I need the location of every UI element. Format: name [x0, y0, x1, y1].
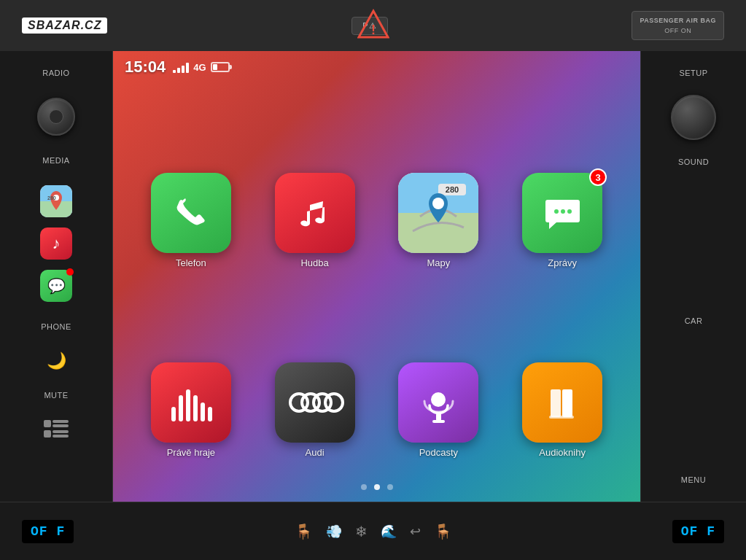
svg-point-18	[561, 209, 565, 214]
svg-text:!: !	[371, 23, 376, 37]
airflow-btn[interactable]: 🌊	[381, 524, 397, 540]
dot-2[interactable]	[374, 484, 380, 490]
svg-rect-24	[201, 402, 205, 421]
app-prave-hraje-label: Právě hraje	[167, 447, 215, 458]
carplay-screen: 15:04 4G	[113, 51, 640, 502]
sbazar-logo: SBAZAR.CZ	[22, 18, 107, 34]
app-zpravy[interactable]: 3 Zprávy	[506, 90, 618, 268]
dot-1[interactable]	[361, 484, 367, 490]
radio-button[interactable]: RADIO	[36, 66, 75, 80]
app-zpravy-label: Zprávy	[548, 257, 577, 268]
app-hudba[interactable]: Hudba	[259, 90, 371, 268]
dot-3[interactable]	[387, 484, 393, 490]
recirculate-btn[interactable]: ↩	[410, 524, 421, 540]
svg-rect-20	[171, 407, 176, 421]
svg-point-17	[554, 209, 559, 214]
app-podcasty-label: Podcasty	[419, 447, 458, 458]
status-time: 15:04	[125, 58, 166, 77]
svg-rect-21	[179, 395, 183, 421]
temp-right-display: OF F	[672, 520, 724, 543]
svg-rect-35	[549, 416, 574, 419]
svg-rect-10	[53, 430, 69, 433]
seat-heat-left-btn[interactable]: 🪑	[295, 523, 313, 540]
phone-button[interactable]: PHONE	[35, 319, 77, 334]
right-knob[interactable]	[671, 95, 716, 140]
seat-heat-right-btn[interactable]: 🪑	[434, 523, 452, 540]
svg-rect-9	[44, 430, 51, 438]
seat-vent-btn[interactable]: 💨	[326, 524, 342, 540]
sound-button[interactable]: SOUND	[672, 155, 715, 169]
app-mapy[interactable]: 280 Mapy	[383, 90, 495, 268]
maps-small-icon[interactable]: 280	[40, 185, 72, 217]
mute-button[interactable]: MUTE	[38, 388, 74, 402]
svg-rect-11	[53, 435, 69, 438]
setup-button[interactable]: SETUP	[673, 66, 713, 80]
menu-button[interactable]: MENU	[675, 472, 712, 487]
app-telefon-label: Telefon	[176, 257, 206, 268]
svg-rect-25	[208, 407, 212, 421]
app-hudba-label: Hudba	[300, 257, 328, 268]
app-audioknihy-label: Audioknihy	[539, 447, 586, 458]
app-podcasty[interactable]: Podcasty	[383, 280, 495, 458]
moon-icon[interactable]: 🌙	[47, 351, 66, 370]
svg-text:280: 280	[47, 195, 56, 201]
app-audioknihy[interactable]: Audioknihy	[506, 280, 618, 458]
zpravy-badge: 3	[589, 168, 607, 186]
warning-triangle-icon[interactable]: !	[357, 8, 389, 43]
svg-text:280: 280	[446, 185, 459, 194]
svg-rect-23	[193, 395, 198, 421]
left-knob[interactable]	[37, 98, 75, 136]
svg-rect-34	[562, 389, 572, 417]
svg-rect-33	[551, 389, 561, 417]
car-button[interactable]: CAR	[679, 314, 709, 328]
svg-rect-32	[432, 420, 445, 423]
app-prave-hraje[interactable]: Právě hraje	[135, 280, 247, 458]
svg-rect-7	[53, 420, 69, 423]
airbag-status: PASSENGER AIR BAG OFF ON	[632, 11, 724, 41]
status-bar: 15:04 4G	[113, 51, 640, 83]
network-type: 4G	[193, 62, 206, 73]
svg-rect-6	[44, 420, 51, 427]
app-audi-label: Audi	[306, 447, 325, 458]
music-small-icon[interactable]: ♪	[40, 228, 72, 260]
svg-rect-22	[186, 389, 190, 421]
temp-left-display: OF F	[22, 520, 74, 543]
app-mapy-label: Mapy	[427, 257, 450, 268]
signal-bars-icon	[173, 61, 189, 73]
svg-point-19	[567, 209, 572, 214]
app-audi[interactable]: Audi	[259, 280, 371, 458]
app-grid: Telefon Hudba	[120, 83, 633, 465]
grid-view-icon[interactable]	[44, 420, 69, 442]
page-dots	[361, 484, 393, 490]
svg-point-29	[325, 394, 343, 411]
battery-icon	[211, 62, 230, 72]
defrost-btn[interactable]: ❄	[355, 523, 368, 540]
messages-small-icon[interactable]: 💬	[40, 270, 72, 302]
climate-bar: OF F 🪑 💨 ❄ 🌊 ↩ 🪑 OF F	[0, 502, 746, 560]
svg-point-16	[432, 198, 444, 209]
svg-point-30	[431, 392, 446, 407]
media-button[interactable]: MEDIA	[36, 153, 75, 168]
app-telefon[interactable]: Telefon	[135, 90, 247, 268]
svg-rect-8	[53, 424, 69, 427]
